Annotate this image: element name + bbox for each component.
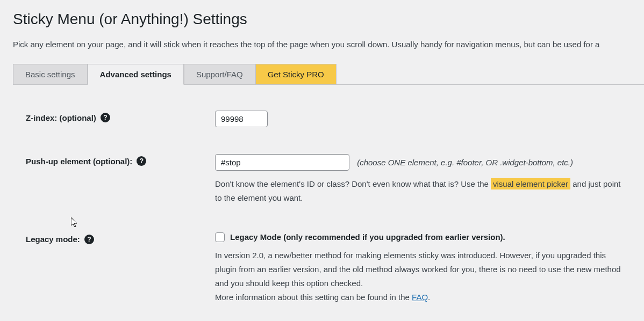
tab-get-sticky-pro[interactable]: Get Sticky PRO: [255, 64, 337, 84]
label-legacy: Legacy mode: ?: [26, 232, 215, 244]
legacy-desc-2-after: .: [428, 293, 430, 302]
field-pushup: (choose ONE element, e.g. #footer, OR .w…: [215, 154, 624, 206]
pushup-hint: (choose ONE element, e.g. #footer, OR .w…: [357, 158, 573, 167]
label-pushup: Push-up element (optional): ?: [26, 154, 215, 166]
pushup-input[interactable]: [215, 154, 349, 171]
help-icon[interactable]: ?: [84, 235, 94, 244]
label-pushup-text: Push-up element (optional):: [26, 157, 132, 166]
label-zindex: Z-index: (optional) ?: [26, 111, 215, 122]
help-icon[interactable]: ?: [137, 156, 146, 166]
legacy-desc-2-before: More information about this setting can …: [215, 293, 412, 302]
pushup-desc: Don't know the element's ID or class? Do…: [215, 177, 624, 206]
settings-form: Z-index: (optional) ? Push-up element (o…: [13, 85, 644, 305]
legacy-desc-1: In version 2.0, a new/better method for …: [215, 251, 621, 288]
tab-support-faq[interactable]: Support/FAQ: [184, 64, 255, 84]
label-zindex-text: Z-index: (optional): [26, 113, 96, 122]
page-intro: Pick any element on your page, and it wi…: [13, 40, 644, 49]
help-icon[interactable]: ?: [101, 113, 110, 122]
row-legacy: Legacy mode: ? Legacy Mode (only recomme…: [26, 232, 644, 305]
zindex-input[interactable]: [215, 111, 268, 127]
legacy-desc: In version 2.0, a new/better method for …: [215, 249, 624, 305]
legacy-checkbox[interactable]: [215, 232, 225, 242]
legacy-checkbox-wrap: Legacy Mode (only recommended if you upg…: [215, 232, 624, 242]
label-legacy-text: Legacy mode:: [26, 235, 80, 244]
tabs-nav: Basic settings Advanced settings Support…: [13, 64, 644, 85]
tab-advanced-settings[interactable]: Advanced settings: [88, 64, 184, 85]
field-zindex: [215, 111, 624, 127]
faq-link[interactable]: FAQ: [412, 293, 428, 302]
pushup-desc-before: Don't know the element's ID or class? Do…: [215, 179, 491, 188]
page-title: Sticky Menu (or Anything!) Settings: [13, 11, 644, 28]
field-legacy: Legacy Mode (only recommended if you upg…: [215, 232, 624, 305]
legacy-checkbox-label: Legacy Mode (only recommended if you upg…: [230, 232, 505, 242]
tab-basic-settings[interactable]: Basic settings: [13, 64, 88, 84]
row-zindex: Z-index: (optional) ?: [26, 111, 644, 127]
visual-picker-link[interactable]: visual element picker: [491, 178, 570, 189]
row-pushup: Push-up element (optional): ? (choose ON…: [26, 154, 644, 206]
